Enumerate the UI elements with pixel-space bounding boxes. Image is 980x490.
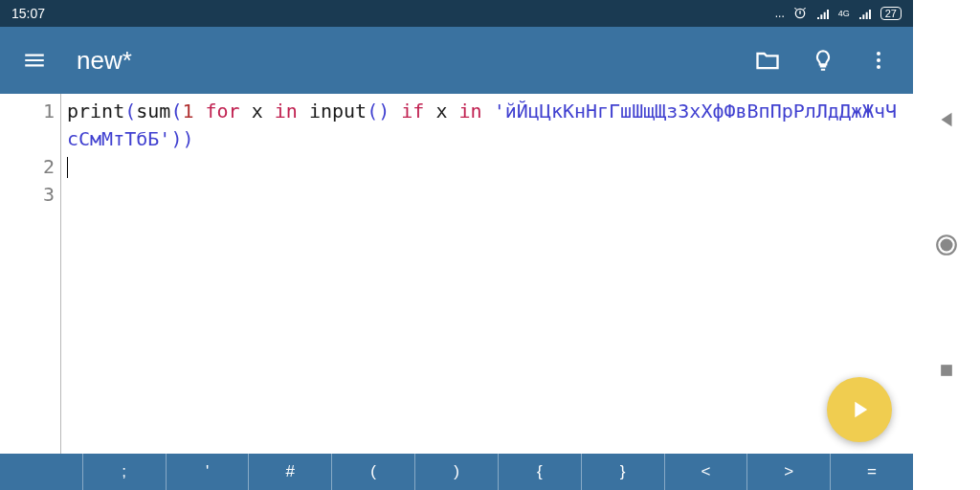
tok-lparen: ( (170, 100, 182, 122)
svg-point-1 (877, 58, 880, 62)
tok-print: print (67, 100, 124, 122)
key-eq[interactable]: = (830, 454, 913, 490)
status-bar: 15:07 ... 4G 27 (0, 0, 913, 27)
network-label: 4G (838, 9, 850, 18)
triangle-back-icon (936, 109, 957, 130)
tok-rparen: ) (378, 100, 390, 122)
bulb-icon (811, 48, 835, 73)
key-rparen[interactable]: ) (414, 454, 498, 490)
hint-button[interactable] (804, 41, 842, 79)
text-cursor (67, 157, 68, 178)
svg-rect-5 (941, 365, 952, 376)
line-number: 1 (0, 98, 55, 125)
svg-point-4 (941, 238, 953, 251)
symbol-toolbar: ; ' # ( ) { } < > = (0, 454, 913, 490)
nav-recent-button[interactable] (931, 355, 962, 386)
svg-point-2 (877, 65, 880, 69)
run-button[interactable] (827, 377, 892, 442)
svg-point-0 (877, 52, 880, 56)
folder-button[interactable] (748, 41, 787, 79)
folder-icon (754, 47, 781, 74)
app-toolbar: new* (0, 27, 913, 94)
nav-back-button[interactable] (931, 104, 962, 135)
key-gt[interactable]: > (746, 454, 830, 490)
tok-var: x (252, 100, 263, 122)
nav-home-button[interactable] (931, 230, 962, 260)
file-title: new* (77, 46, 731, 76)
key-quote[interactable]: ' (166, 454, 249, 490)
play-icon (846, 396, 873, 423)
line-number-wrap (0, 125, 55, 153)
alarm-icon (792, 6, 808, 21)
line-number: 2 (0, 153, 55, 181)
key-lparen[interactable]: ( (331, 454, 414, 490)
more-vert-icon (867, 49, 890, 72)
tok-sum: sum (136, 100, 170, 122)
signal2-icon (858, 6, 873, 21)
signal-icon (815, 6, 831, 21)
circle-home-icon (934, 233, 959, 257)
key-rbrace[interactable]: } (581, 454, 664, 490)
code-content[interactable]: print(sum(1 for x in input() if x in 'йЙ… (61, 94, 913, 454)
tok-rparen: ) (182, 127, 193, 150)
tok-for: for (206, 100, 240, 122)
tok-in: in (459, 100, 482, 122)
phone-surface: 15:07 ... 4G 27 new* 1 2 3 (0, 0, 913, 490)
tok-in: in (275, 100, 298, 122)
tok-if: if (401, 100, 424, 122)
tok-input: input (309, 100, 367, 122)
tok-var: x (435, 100, 447, 122)
key-tab[interactable] (0, 454, 82, 490)
android-nav-bar (913, 0, 980, 490)
tok-number: 1 (182, 100, 193, 122)
tok-lparen: ( (124, 100, 136, 122)
line-gutter: 1 2 3 (0, 94, 61, 454)
key-semicolon[interactable]: ; (82, 454, 166, 490)
square-recent-icon (937, 361, 956, 380)
line-number: 3 (0, 181, 55, 209)
key-lbrace[interactable]: { (498, 454, 581, 490)
key-hash[interactable]: # (248, 454, 331, 490)
menu-button[interactable] (15, 41, 54, 79)
tok-lparen: ( (367, 100, 378, 122)
editor[interactable]: 1 2 3 print(sum(1 for x in input() if x … (0, 94, 913, 454)
tok-rparen: ) (170, 127, 182, 150)
key-lt[interactable]: < (664, 454, 747, 490)
more-button[interactable] (859, 41, 898, 79)
hamburger-icon (22, 48, 47, 73)
status-time: 15:07 (11, 6, 775, 21)
status-right-group: ... 4G 27 (775, 6, 902, 21)
status-dots: ... (775, 7, 785, 20)
battery-indicator: 27 (880, 7, 902, 20)
